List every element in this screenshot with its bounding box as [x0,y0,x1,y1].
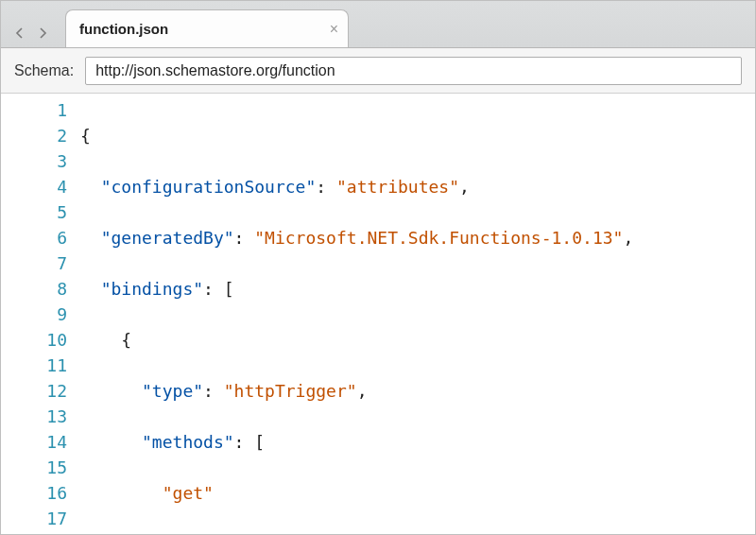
json-string: "Microsoft.NET.Sdk.Functions-1.0.13" [254,228,623,248]
tab-bar: function.json × [1,1,755,48]
json-key: "bindings" [101,279,203,299]
json-string: "attributes" [336,177,459,197]
editor-window: function.json × Schema: 1234567891011121… [0,0,756,535]
file-tab[interactable]: function.json × [65,9,349,47]
json-key: "type" [142,381,203,401]
schema-input[interactable] [85,57,742,85]
json-key: "methods" [142,432,234,452]
nav-forward-button[interactable] [31,19,54,47]
chevron-left-icon [14,27,26,39]
code-editor[interactable]: 1234567891011121314151617 { "configurati… [1,94,755,534]
json-key: "configurationSource" [101,177,317,197]
file-tab-title: function.json [79,21,168,37]
json-string: "get" [163,483,214,503]
schema-bar: Schema: [1,48,755,94]
chevron-right-icon [37,27,48,39]
nav-back-button[interactable] [9,19,31,47]
line-gutter: 1234567891011121314151617 [1,94,80,534]
schema-label: Schema: [14,62,74,79]
json-key: "generatedBy" [101,228,234,248]
close-icon[interactable]: × [330,21,338,38]
json-string: "httpTrigger" [224,381,357,401]
code-area[interactable]: { "configurationSource": "attributes", "… [80,94,755,534]
